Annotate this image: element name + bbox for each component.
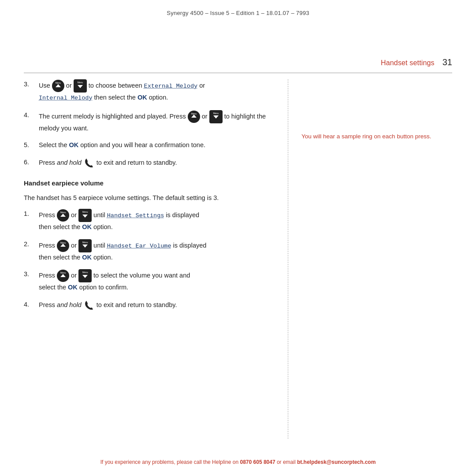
header-divider	[24, 73, 452, 73]
down-button-icon-4: Menu	[209, 110, 223, 123]
handset-icon-vol4	[83, 300, 95, 311]
external-melody-text: External Melody	[144, 83, 198, 89]
press-hold-label-6: and hold	[57, 159, 82, 166]
footer-text: If you experience any problems, please c…	[100, 459, 240, 465]
down-button-vol3: Menu	[78, 269, 92, 282]
down-button-vol2: Menu	[78, 239, 92, 252]
down-button-vol1: Menu	[78, 209, 92, 222]
ok-vol3: OK	[68, 284, 78, 291]
press-hold-label-vol4: and hold	[57, 301, 82, 308]
internal-melody-text: Internal Melody	[39, 95, 93, 101]
step-6-melody: 6. Press and hold to exit and return to …	[24, 157, 275, 169]
footer-or: or email	[275, 459, 297, 465]
ok-label-3: OK	[138, 94, 147, 101]
note-ring-sample: You will hear a sample ring on each butt…	[301, 132, 452, 141]
footer-email: bt.helpdesk@suncorptech.com	[297, 459, 376, 465]
step-5-melody: 5. Select the OK option and you will hea…	[24, 140, 275, 150]
step-4-melody: 4. The current melody is highlighted and…	[24, 110, 275, 133]
up-button-icon: Menu	[52, 80, 64, 92]
page-title-bar: Handset settings 31	[381, 57, 452, 67]
vol-step-3: 3. Press Menu or Menu to select the volu…	[24, 269, 275, 292]
handset-ear-volume-mono: Handset Ear Volume	[107, 243, 171, 249]
main-layout: 3. Use Menu or Menu to choose between Ex…	[24, 79, 452, 439]
earpiece-section: Handset earpiece volume The handset has …	[24, 179, 275, 203]
page-header: Synergy 4500 – Issue 5 – Edition 1 – 18.…	[0, 0, 476, 16]
vol-step-2: 2. Press Menu or Menu until Handset Ear …	[24, 239, 275, 262]
notes-column: You will hear a sample ring on each butt…	[288, 79, 452, 439]
vol-step-4: 4. Press and hold to exit and return to …	[24, 300, 275, 311]
up-button-vol2: Menu	[57, 240, 69, 252]
down-button-icon: Menu	[74, 79, 87, 93]
ok-vol2: OK	[82, 254, 92, 261]
handset-settings-mono: Handset Settings	[107, 212, 164, 219]
ok-vol1: OK	[82, 223, 92, 230]
earpiece-desc: The handset has 5 earpiece volume settin…	[24, 193, 275, 203]
up-button-vol3: Menu	[57, 270, 69, 282]
page-number: 31	[443, 57, 452, 67]
earpiece-title: Handset earpiece volume	[24, 179, 275, 187]
handset-icon-6	[83, 157, 95, 169]
vol-step-1: 1. Press Menu or Menu until Handset Sett…	[24, 209, 275, 232]
content-column: 3. Use Menu or Menu to choose between Ex…	[24, 79, 288, 439]
footer-phone: 0870 605 8047	[240, 459, 275, 465]
page-footer: If you experience any problems, please c…	[24, 459, 452, 465]
up-button-vol1: Menu	[57, 209, 69, 222]
section-title-header: Handset settings	[381, 59, 435, 67]
up-button-icon-4: Menu	[188, 111, 200, 123]
step-3-melody: 3. Use Menu or Menu to choose between Ex…	[24, 79, 275, 103]
ok-label-5: OK	[69, 141, 79, 148]
